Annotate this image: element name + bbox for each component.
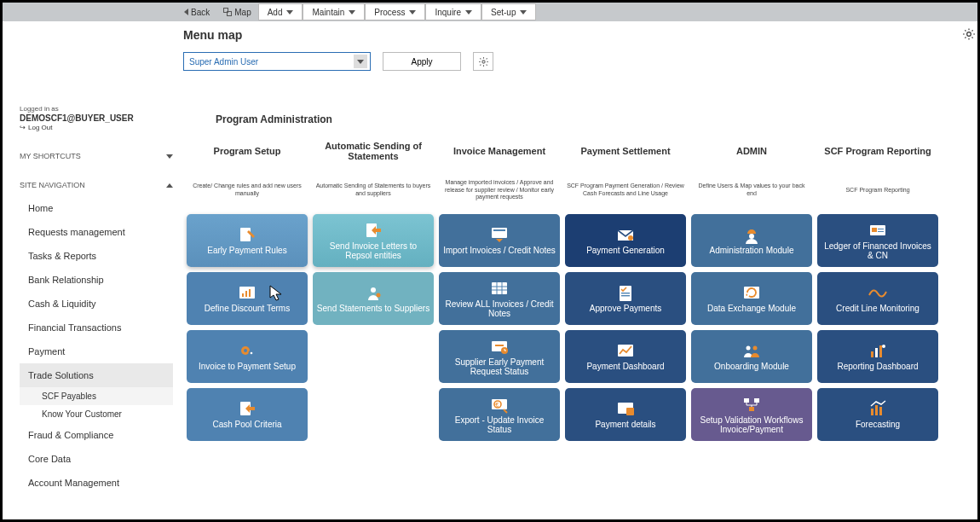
nav-item[interactable]: Home	[20, 196, 173, 220]
logout-icon: ↪	[20, 124, 26, 131]
nav-item[interactable]: Trade Solutions	[20, 363, 173, 387]
module-card[interactable]: Forecasting	[817, 388, 938, 441]
nav-list: HomeRequests managementTasks & ReportsBa…	[20, 196, 173, 495]
card-label: Payment Generation	[586, 246, 665, 256]
chevron-down-icon	[409, 10, 416, 14]
nav-item[interactable]: Fraud & Compliance	[20, 423, 173, 447]
login-label: Logged in as	[20, 105, 173, 113]
page-settings-icon[interactable]	[963, 28, 975, 44]
menu-setup[interactable]: Set-up	[481, 3, 536, 20]
dropdown-icon	[354, 55, 367, 68]
svg-rect-51	[875, 405, 878, 415]
module-card[interactable]: €Export - Update Invoice Status	[439, 388, 560, 441]
chevron-left-icon	[184, 9, 188, 15]
module-card[interactable]: Ledger of Financed Invoices & CN	[817, 214, 938, 267]
menu-maintain[interactable]: Maintain	[303, 3, 365, 20]
card-label: Payment Dashboard	[586, 362, 664, 372]
module-card[interactable]: Send Invoice Letters to Repsol entities	[313, 214, 434, 267]
chevron-down-icon	[349, 10, 355, 14]
worker-icon	[741, 225, 763, 244]
euro-icon: €	[488, 395, 510, 414]
top-menu-bar: Back Map Add Maintain Process Inquire Se…	[3, 3, 977, 21]
nav-item[interactable]: Tasks & Reports	[20, 244, 173, 268]
nav-item[interactable]: Requests management	[20, 220, 173, 244]
card-label: Ledger of Financed Invoices & CN	[821, 241, 935, 261]
module-card[interactable]: Import Invoices / Credit Notes	[439, 214, 560, 267]
svg-point-40	[882, 345, 885, 348]
screen-icon	[614, 399, 637, 418]
svg-rect-37	[871, 351, 873, 357]
nav-item[interactable]: Cash & Liquidity	[20, 292, 173, 316]
role-select[interactable]: Super Admin User	[183, 52, 371, 71]
svg-rect-48	[754, 398, 759, 403]
menu-inquire[interactable]: Inquire	[425, 3, 481, 20]
svg-point-36	[753, 346, 758, 351]
wave-icon	[867, 283, 889, 302]
card-label: Supplier Early Payment Request Status	[442, 357, 556, 377]
svg-text:€: €	[495, 402, 499, 408]
person-icon	[362, 283, 384, 302]
module-card[interactable]: Payment details	[565, 388, 686, 441]
svg-point-0	[481, 60, 484, 62]
map-link[interactable]: Map	[216, 8, 257, 17]
module-card[interactable]: Early Payment Rules	[187, 214, 308, 267]
module-card[interactable]: Onboarding Module	[691, 330, 812, 383]
logout-link[interactable]: ↪Log Out	[20, 124, 173, 131]
svg-point-7	[749, 234, 754, 239]
card-label: Payment details	[595, 420, 655, 430]
module-card[interactable]: Invoice to Payment Setup	[187, 330, 308, 383]
menu-process[interactable]: Process	[365, 3, 425, 20]
back-link[interactable]: Back	[177, 8, 216, 17]
chevron-down-icon	[465, 10, 472, 14]
column-title: SCF Program Reporting	[817, 136, 938, 166]
nav-section-shortcuts[interactable]: MY SHORTCUTS	[20, 152, 173, 160]
card-label: Import Invoices / Credit Notes	[443, 246, 556, 256]
module-card[interactable]: Approve Payments	[565, 272, 686, 325]
column-desc: SCF Program Payment Generation / Review …	[565, 171, 686, 209]
svg-point-16	[371, 287, 376, 293]
settings-button[interactable]	[473, 52, 493, 71]
card-label: Onboarding Module	[714, 362, 789, 372]
module-card[interactable]: Credit Line Monitoring	[817, 272, 938, 325]
module-card[interactable]: Reporting Dashboard	[817, 330, 938, 383]
svg-rect-2	[240, 228, 251, 241]
column-title: Program Setup	[187, 136, 308, 166]
svg-rect-9	[872, 228, 877, 232]
module-card[interactable]: Administration Module	[691, 214, 812, 267]
envelope-icon	[614, 225, 637, 244]
nav-item[interactable]: Financial Transactions	[20, 316, 173, 339]
module-card[interactable]: Setup Validation Workflows Invoice/Payme…	[691, 388, 812, 441]
svg-point-30	[251, 352, 253, 355]
svg-rect-14	[245, 291, 247, 297]
cycle-icon	[741, 283, 763, 302]
nav-sub-item[interactable]: SCF Payables	[20, 387, 173, 405]
card-label: Administration Module	[710, 246, 794, 256]
card-label: Approve Payments	[590, 304, 662, 314]
module-card[interactable]: Payment Dashboard	[565, 330, 686, 383]
module-card[interactable]: Review ALL Invoices / Credit Notes	[439, 272, 560, 325]
module-card[interactable]: Cash Pool Criteria	[187, 388, 308, 441]
menu-add[interactable]: Add	[258, 3, 303, 20]
nav-item[interactable]: Bank Relationship	[20, 268, 173, 292]
column-desc: Automatic Sending of Statements to buyer…	[313, 171, 434, 209]
svg-rect-39	[879, 345, 882, 357]
nav-section-sitenav[interactable]: SITE NAVIGATION	[20, 181, 173, 189]
module-card[interactable]: Supplier Early Payment Request Status	[439, 330, 560, 383]
gear-icon	[236, 341, 258, 360]
chevron-down-icon	[166, 154, 173, 159]
module-card[interactable]: Send Statements to Suppliers	[313, 272, 434, 325]
nav-sub-item[interactable]: Know Your Customer	[20, 405, 173, 423]
apply-button[interactable]: Apply	[383, 52, 461, 71]
svg-rect-13	[242, 293, 244, 297]
upload-icon	[488, 225, 510, 244]
svg-rect-32	[495, 345, 504, 346]
module-card[interactable]: Payment Generation	[565, 214, 686, 267]
nav-item[interactable]: Core Data	[20, 447, 173, 471]
svg-point-6	[628, 235, 633, 241]
nav-item[interactable]: Account Management	[20, 471, 173, 495]
column-desc: SCF Program Reporting	[817, 171, 938, 209]
module-card[interactable]: Data Exchange Module	[691, 272, 812, 325]
nav-item[interactable]: Payment	[20, 339, 173, 363]
svg-point-1	[967, 32, 971, 37]
module-card[interactable]: Define Discount Terms	[187, 272, 308, 325]
